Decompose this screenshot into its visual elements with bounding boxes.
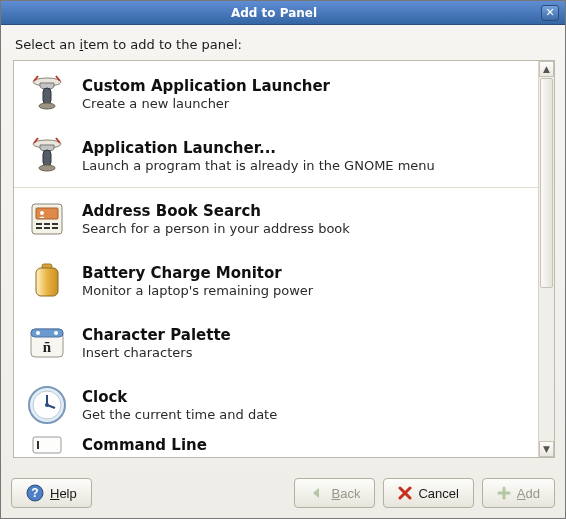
item-desc: Monitor a laptop's remaining power (82, 283, 313, 298)
scroll-up-button[interactable]: ▲ (539, 61, 554, 77)
add-to-panel-dialog: Add to Panel ✕ Select an item to add to … (0, 0, 566, 519)
launcher-icon (24, 71, 70, 117)
item-title: Custom Application Launcher (82, 77, 330, 95)
item-desc: Create a new launcher (82, 96, 330, 111)
cancel-icon (398, 486, 412, 500)
svg-rect-10 (44, 223, 50, 225)
list-item[interactable]: Battery Charge Monitor Monitor a laptop'… (14, 250, 538, 312)
applet-list[interactable]: Custom Application Launcher Create a new… (14, 61, 538, 457)
cancel-button[interactable]: Cancel (383, 478, 473, 508)
list-item[interactable]: Custom Application Launcher Create a new… (14, 63, 538, 125)
add-button: Add (482, 478, 555, 508)
applet-list-container: Custom Application Launcher Create a new… (13, 60, 555, 458)
clock-icon (24, 382, 70, 428)
item-title: Clock (82, 388, 277, 406)
item-desc: Launch a program that is already in the … (82, 158, 435, 173)
svg-rect-16 (36, 268, 58, 296)
svg-rect-7 (36, 208, 58, 219)
svg-point-8 (40, 211, 44, 215)
svg-text:?: ? (31, 486, 38, 500)
dialog-body: Select an item to add to the panel: Cust… (1, 25, 565, 468)
list-item[interactable]: Application Launcher... Launch a program… (14, 125, 538, 187)
item-title: Character Palette (82, 326, 231, 344)
svg-rect-11 (52, 223, 58, 225)
terminal-icon (24, 436, 70, 457)
scroll-thumb[interactable] (540, 78, 553, 288)
svg-rect-4 (43, 150, 51, 166)
vertical-scrollbar[interactable]: ▲ ▼ (538, 61, 554, 457)
list-item[interactable]: Address Book Search Search for a person … (14, 188, 538, 250)
item-desc: Search for a person in your address book (82, 221, 350, 236)
close-icon: ✕ (545, 7, 554, 18)
help-icon: ? (26, 484, 44, 502)
titlebar: Add to Panel ✕ (1, 1, 565, 25)
dialog-footer: ? Help Back Cancel Add (1, 468, 565, 518)
item-title: Application Launcher... (82, 139, 435, 157)
item-desc: Get the current time and date (82, 407, 277, 422)
svg-rect-1 (43, 88, 51, 104)
item-title: Address Book Search (82, 202, 350, 220)
svg-point-19 (36, 331, 40, 335)
list-item[interactable]: Command Line (14, 436, 538, 457)
window-close-button[interactable]: ✕ (541, 5, 559, 21)
prompt-label: Select an item to add to the panel: (15, 37, 555, 52)
launcher-icon (24, 133, 70, 179)
svg-point-2 (39, 103, 55, 109)
svg-point-26 (45, 403, 49, 407)
battery-icon (24, 258, 70, 304)
list-item[interactable]: Clock Get the current time and date (14, 374, 538, 436)
character-palette-icon: ñ (24, 320, 70, 366)
add-icon (497, 486, 511, 500)
svg-rect-9 (36, 223, 42, 225)
window-title: Add to Panel (7, 6, 541, 20)
list-item[interactable]: ñ Character Palette Insert characters (14, 312, 538, 374)
item-title: Battery Charge Monitor (82, 264, 313, 282)
svg-text:ñ: ñ (43, 339, 52, 355)
svg-rect-18 (31, 329, 63, 337)
svg-rect-14 (52, 227, 58, 229)
svg-point-20 (54, 331, 58, 335)
back-button: Back (294, 478, 375, 508)
svg-point-5 (39, 165, 55, 171)
back-icon (309, 485, 325, 501)
address-book-icon (24, 196, 70, 242)
item-title: Command Line (82, 436, 207, 454)
svg-rect-12 (36, 227, 42, 229)
svg-rect-13 (44, 227, 50, 229)
scroll-down-button[interactable]: ▼ (539, 441, 554, 457)
help-button[interactable]: ? Help (11, 478, 92, 508)
item-desc: Insert characters (82, 345, 231, 360)
